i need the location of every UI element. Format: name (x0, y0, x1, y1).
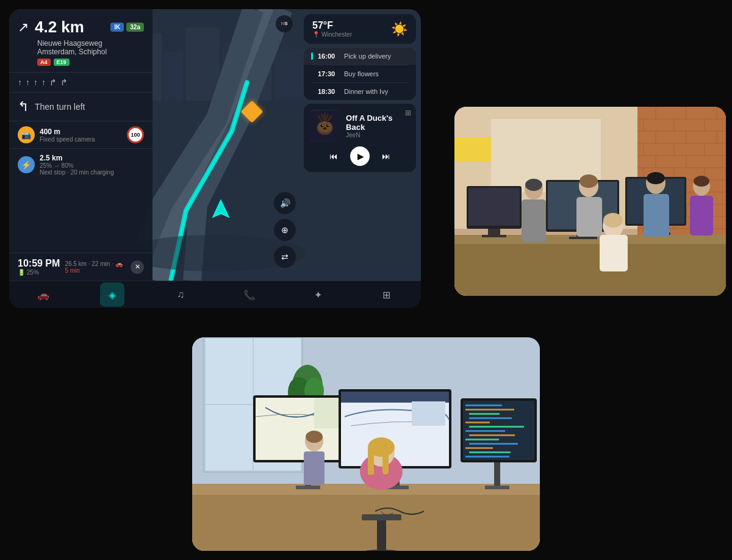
workspace-scene-bg (192, 337, 540, 551)
turn-text: Then turn left (35, 102, 85, 112)
svg-point-22 (326, 124, 329, 127)
play-icon: ▶ (357, 151, 364, 161)
eta-time: 10:59 PM (18, 258, 60, 269)
schedule-task-2: Buy flowers (344, 70, 379, 77)
svg-rect-137 (469, 451, 511, 453)
main-turn-icon: ↗ (18, 21, 29, 34)
svg-rect-92 (690, 196, 713, 235)
road-tags: A4 E19 (37, 59, 144, 66)
svg-rect-73 (482, 235, 506, 237)
svg-rect-123 (485, 486, 509, 489)
eta-bar: 10:59 PM 🔋 25% 26.5 km · 22 min · 🚗 5 mi… (9, 253, 152, 281)
ev-block: ⚡ 2.5 km 25% → 80% Next stop · 20 min ch… (9, 149, 152, 181)
weather-widget: 57°F 📍 Winchester ☀️ (304, 14, 416, 44)
nav-grid-button[interactable]: ⊞ (375, 282, 399, 307)
route-badge-1: IK (110, 23, 124, 32)
eta-traffic: 🚗 (115, 260, 123, 267)
nav-apps-button[interactable]: ✦ (306, 282, 330, 307)
svg-rect-7 (186, 27, 220, 101)
location-button[interactable]: ⊕ (274, 219, 296, 241)
schedule-item-2: 17:30 Buy flowers (304, 65, 416, 82)
schedule-widget: 16:00 Pick up delivery 17:30 Buy flowers… (304, 48, 416, 100)
turn-instruction-block: ↰ Then turn left (9, 93, 152, 121)
speed-camera-block: 📷 400 m Fixed speed camera 100 (9, 121, 152, 149)
svg-rect-71 (468, 188, 520, 226)
ev-distance: 2.5 km (40, 154, 144, 162)
svg-rect-143 (382, 447, 389, 475)
maneuver-row: ↑ ↑ ↑ ↑ ↱ ↱ (9, 73, 152, 93)
svg-rect-132 (465, 430, 505, 432)
play-pause-button[interactable]: ▶ (350, 146, 370, 166)
camera-icon: 📷 (18, 126, 35, 143)
next-track-button[interactable]: ⏭ (382, 151, 390, 161)
schedule-task-1: Pick up delivery (344, 52, 391, 60)
distance-block: ↗ 4.2 km IK 32a Nieuwe Haagseweg Amsterd… (9, 9, 152, 73)
nav-car-button[interactable]: 🚗 (31, 282, 56, 307)
turn-left-icon: ↰ (18, 99, 29, 115)
svg-rect-89 (644, 194, 669, 237)
svg-rect-120 (341, 392, 449, 403)
street-name: Nieuwe Haagseweg (37, 39, 144, 48)
svg-point-84 (525, 179, 542, 191)
schedule-task-3: Dinner with Ivy (344, 88, 388, 95)
weather-icon: ☀️ (391, 21, 407, 37)
svg-rect-150 (304, 451, 325, 485)
prev-track-button[interactable]: ⏮ (329, 151, 338, 161)
schedule-item-1: 16:00 Pick up delivery (304, 48, 416, 65)
office-scene-bg (454, 107, 726, 296)
svg-rect-129 (469, 417, 512, 419)
svg-rect-77 (569, 237, 597, 239)
camera-label: Fixed speed camera (40, 136, 122, 143)
svg-rect-121 (412, 401, 445, 426)
svg-point-25 (323, 127, 327, 130)
side-controls: 🔊 ⊕ ⇄ (274, 192, 296, 268)
music-artist: JeeN (346, 132, 410, 138)
schedule-time-2: 17:30 (318, 70, 339, 77)
distance-value: 4.2 km (35, 18, 84, 37)
weather-temp: 57°F (312, 20, 352, 31)
eta-battery: 🔋 25% (18, 269, 60, 276)
svg-rect-128 (469, 413, 500, 415)
svg-point-23 (322, 124, 323, 126)
svg-rect-144 (362, 514, 401, 520)
nav-phone-button[interactable]: 📞 (237, 282, 262, 307)
music-edit-icon[interactable]: ⊞ (405, 109, 411, 117)
city-name: Amsterdam, Schiphol (37, 48, 144, 56)
svg-rect-133 (469, 434, 515, 436)
svg-rect-83 (522, 199, 546, 242)
tag-a4: A4 (37, 59, 51, 66)
svg-point-151 (306, 431, 323, 443)
volume-button[interactable]: 🔊 (274, 192, 296, 214)
schedule-item-3: 18:30 Dinner with Ivy (304, 83, 416, 100)
svg-rect-135 (469, 443, 518, 445)
svg-rect-127 (465, 409, 514, 411)
svg-rect-67 (458, 140, 488, 159)
eta-close-button[interactable]: ✕ (131, 260, 144, 274)
svg-rect-6 (165, 52, 183, 101)
team-photo (454, 107, 726, 296)
schedule-time-3: 18:30 (318, 88, 339, 95)
music-title: Off A Duck's Back (346, 113, 410, 132)
nav-music-button[interactable]: ♫ (168, 282, 193, 307)
right-panel: 57°F 📍 Winchester ☀️ 16:00 Pick up deliv… (299, 9, 421, 281)
swap-button[interactable]: ⇄ (274, 246, 296, 268)
svg-point-93 (694, 176, 709, 187)
speed-limit-sign: 100 (127, 126, 144, 143)
camera-distance: 400 m (40, 127, 122, 136)
svg-point-21 (320, 124, 323, 127)
svg-point-15 (318, 121, 332, 132)
svg-rect-138 (465, 456, 509, 458)
ev-icon: ⚡ (18, 156, 35, 173)
svg-rect-134 (465, 439, 499, 440)
music-widget: ⊞ (304, 104, 416, 172)
weather-location: 📍 Winchester (312, 31, 352, 38)
nav-navigation-button[interactable]: ◈ (100, 282, 124, 307)
tag-e19: E19 (54, 59, 70, 66)
album-art (310, 110, 340, 142)
ev-charge: 25% → 80% (40, 162, 144, 169)
svg-rect-95 (600, 235, 628, 271)
svg-rect-142 (368, 447, 374, 475)
workspace-photo (192, 337, 540, 551)
svg-point-90 (647, 172, 665, 184)
svg-point-87 (580, 174, 598, 188)
